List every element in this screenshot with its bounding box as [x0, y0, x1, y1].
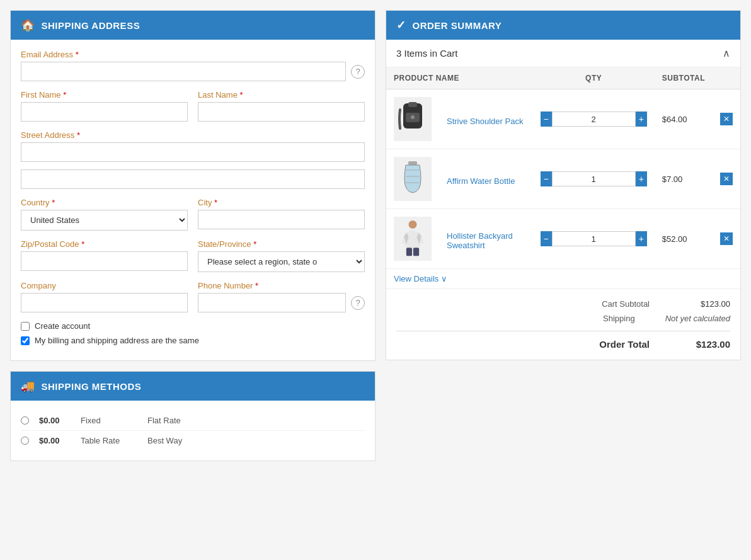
truck-icon: 🚚: [21, 379, 35, 393]
qty-control-2: − +: [541, 231, 647, 246]
street-address-input-2[interactable]: [21, 169, 365, 189]
zip-group: Zip/Postal Code *: [21, 239, 188, 272]
remove-button-1[interactable]: ✕: [720, 173, 733, 185]
phone-help-icon[interactable]: ?: [351, 296, 365, 310]
svg-rect-6: [406, 176, 420, 177]
col-subtotal: SUBTOTAL: [655, 67, 713, 89]
right-column: ✓ ORDER SUMMARY 3 Items in Cart ∧ PRODUC…: [386, 10, 741, 461]
billing-same-checkbox[interactable]: [21, 336, 30, 345]
product-name-link-2[interactable]: Hollister Backyard Sweatshirt: [447, 231, 525, 250]
shipping-address-form: Email Address * ? First Name: [11, 40, 375, 360]
state-group: State/Province * Please select a region,…: [198, 239, 365, 272]
product-subtotal-cell-0: $64.00: [655, 89, 713, 149]
product-remove-cell-0: ✕: [713, 89, 740, 149]
state-select[interactable]: Please select a region, state o: [198, 251, 365, 272]
qty-increase-0[interactable]: +: [636, 111, 647, 127]
svg-rect-7: [406, 182, 420, 183]
company-input[interactable]: [21, 293, 188, 312]
country-label: Country *: [21, 198, 188, 207]
qty-decrease-1[interactable]: −: [541, 171, 552, 186]
product-qty-cell-2: − +: [533, 209, 655, 269]
method-price-1: $0.00: [39, 436, 71, 445]
shipping-address-title: SHIPPING ADDRESS: [42, 20, 140, 31]
country-city-row: Country * United States City *: [21, 198, 365, 231]
totals-divider: [396, 331, 730, 331]
company-phone-row: Company Phone Number * ?: [21, 281, 365, 312]
first-name-group: First Name *: [21, 90, 188, 122]
shipping-method-radio-1[interactable]: [21, 437, 29, 445]
product-image-1: [394, 157, 432, 201]
qty-increase-2[interactable]: +: [636, 231, 647, 246]
home-icon: 🏠: [21, 18, 35, 32]
zip-input[interactable]: [21, 251, 188, 271]
product-name-link-1[interactable]: Affirm Water Bottle: [447, 176, 525, 186]
shipping-methods-section: 🚚 SHIPPING METHODS $0.00 Fixed Flat Rate…: [10, 371, 376, 461]
zip-label: Zip/Postal Code *: [21, 239, 188, 249]
col-product: PRODUCT NAME: [386, 67, 533, 89]
remove-button-2[interactable]: ✕: [720, 232, 733, 245]
create-account-row: Create account: [21, 321, 365, 331]
order-total-row: Order Total $123.00: [396, 336, 730, 352]
checkmark-icon: ✓: [396, 18, 406, 32]
email-help-icon[interactable]: ?: [351, 65, 365, 79]
product-remove-cell-1: ✕: [713, 149, 740, 209]
svg-point-8: [409, 220, 417, 229]
phone-group: Phone Number * ?: [198, 281, 365, 312]
phone-input[interactable]: [198, 293, 346, 312]
qty-increase-1[interactable]: +: [636, 171, 647, 186]
svg-rect-9: [406, 248, 412, 256]
product-subtotal-0: $64.00: [662, 115, 687, 124]
col-action: [713, 67, 740, 89]
left-column: 🏠 SHIPPING ADDRESS Email Address * ?: [10, 10, 376, 461]
shipping-methods-title: SHIPPING METHODS: [42, 381, 142, 392]
method-name-1: Best Way: [147, 436, 182, 445]
product-image-0: [394, 97, 432, 141]
country-select[interactable]: United States: [21, 210, 188, 231]
shipping-methods-body: $0.00 Fixed Flat Rate $0.00 Table Rate B…: [11, 401, 375, 460]
first-name-input[interactable]: [21, 102, 188, 122]
list-item: $0.00 Fixed Flat Rate: [21, 411, 365, 431]
create-account-label: Create account: [35, 321, 90, 331]
shipping-value: Not yet calculated: [665, 314, 730, 323]
qty-decrease-0[interactable]: −: [541, 111, 552, 127]
qty-input-2[interactable]: [552, 231, 636, 246]
product-image-cell-0: [386, 89, 439, 149]
product-qty-cell-0: − +: [533, 89, 655, 149]
product-qty-cell-1: − +: [533, 149, 655, 209]
table-row: Affirm Water Bottle − + $7.00: [386, 149, 740, 209]
method-price-0: $0.00: [39, 416, 71, 425]
email-label: Email Address *: [21, 50, 365, 59]
table-row: Hollister Backyard Sweatshirt − + $52.00: [386, 209, 740, 269]
street-address-input-1[interactable]: [21, 142, 365, 162]
list-item: $0.00 Table Rate Best Way: [21, 431, 365, 450]
chevron-up-icon: ∧: [723, 47, 730, 59]
product-image-2: [394, 217, 432, 261]
create-account-checkbox[interactable]: [21, 322, 30, 331]
city-input[interactable]: [198, 210, 365, 229]
last-name-input[interactable]: [198, 102, 365, 122]
product-remove-cell-2: ✕: [713, 209, 740, 269]
shipping-address-section: 🏠 SHIPPING ADDRESS Email Address * ?: [10, 10, 376, 361]
product-subtotal-1: $7.00: [662, 174, 683, 184]
first-name-label: First Name *: [21, 90, 188, 100]
cart-toggle[interactable]: 3 Items in Cart ∧: [386, 40, 740, 67]
product-name-cell-0: Strive Shoulder Pack: [439, 89, 533, 149]
method-name-0: Flat Rate: [147, 416, 181, 425]
billing-same-label: My billing and shipping address are the …: [35, 336, 199, 345]
remove-button-0[interactable]: ✕: [720, 113, 733, 125]
city-group: City *: [198, 198, 365, 231]
phone-label: Phone Number *: [198, 281, 365, 290]
country-group: Country * United States: [21, 198, 188, 231]
view-details-button[interactable]: View Details ∨: [386, 269, 740, 289]
zip-state-row: Zip/Postal Code * State/Province * Pleas…: [21, 239, 365, 272]
order-summary-title: ORDER SUMMARY: [413, 20, 502, 31]
qty-decrease-2[interactable]: −: [541, 231, 552, 246]
email-input[interactable]: [21, 62, 346, 81]
order-summary-header: ✓ ORDER SUMMARY: [386, 11, 740, 40]
svg-rect-4: [408, 161, 417, 165]
company-group: Company: [21, 281, 188, 312]
qty-input-1[interactable]: [552, 171, 636, 186]
qty-input-0[interactable]: [552, 111, 636, 127]
shipping-method-radio-0[interactable]: [21, 416, 29, 425]
product-name-link-0[interactable]: Strive Shoulder Pack: [447, 117, 525, 126]
